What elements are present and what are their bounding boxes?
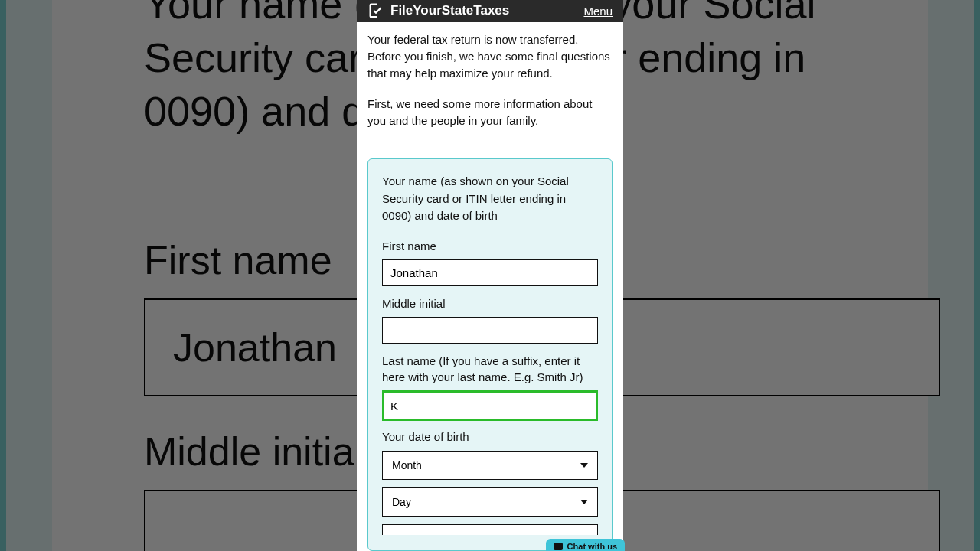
- chevron-down-icon: [580, 500, 588, 504]
- last-name-label: Last name (If you have a suffix, enter i…: [382, 353, 598, 386]
- dob-day-value: Day: [392, 496, 411, 508]
- first-name-label: First name: [382, 238, 598, 255]
- intro-copy: Your federal tax return is now transferr…: [357, 22, 623, 144]
- menu-link[interactable]: Menu: [583, 5, 612, 18]
- first-name-field: First name: [382, 238, 598, 286]
- brand-text: FileYourStateTaxes: [390, 3, 509, 18]
- middle-initial-label: Middle initial: [382, 295, 598, 312]
- dob-label: Your date of birth: [382, 430, 598, 443]
- mobile-viewport: FileYourStateTaxes Menu Your federal tax…: [357, 0, 623, 551]
- chat-label: Chat with us: [567, 542, 617, 551]
- chat-icon: [554, 543, 563, 550]
- app-header: FileYourStateTaxes Menu: [357, 0, 623, 22]
- dob-day-select[interactable]: Day: [382, 487, 598, 517]
- first-name-input[interactable]: [382, 259, 598, 286]
- intro-paragraph-1: Your federal tax return is now transferr…: [368, 31, 612, 83]
- chevron-down-icon: [580, 463, 588, 468]
- brand[interactable]: FileYourStateTaxes: [368, 2, 509, 19]
- brand-check-icon: [368, 2, 384, 19]
- middle-initial-field: Middle initial: [382, 295, 598, 344]
- intro-paragraph-2: First, we need some more information abo…: [368, 96, 612, 129]
- card-heading: Your name (as shown on your Social Secur…: [382, 173, 598, 224]
- dob-month-select[interactable]: Month: [382, 451, 598, 480]
- chat-with-us-button[interactable]: Chat with us: [546, 539, 625, 551]
- last-name-input[interactable]: [382, 390, 598, 421]
- name-dob-card: Your name (as shown on your Social Secur…: [368, 158, 612, 551]
- dob-year-select[interactable]: [382, 524, 598, 535]
- middle-initial-input[interactable]: [382, 317, 598, 344]
- last-name-field: Last name (If you have a suffix, enter i…: [382, 353, 598, 422]
- dob-month-value: Month: [392, 459, 422, 471]
